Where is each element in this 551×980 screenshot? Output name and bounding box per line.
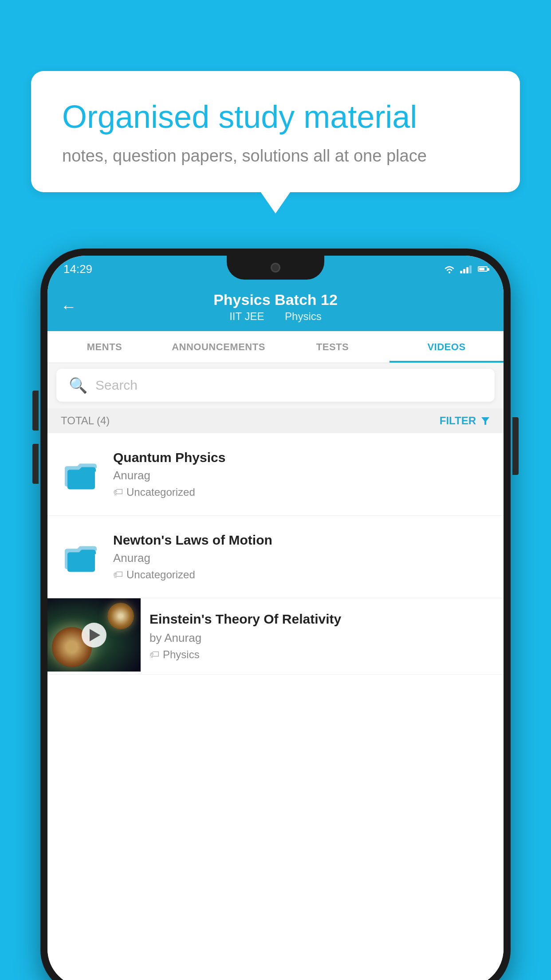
media-tag: 🏷 Physics	[150, 648, 495, 661]
media-title: Einstein's Theory Of Relativity	[150, 612, 495, 627]
header-subtitle-iitjee: IIT JEE	[229, 310, 264, 322]
header-subtitle-physics: Physics	[285, 310, 322, 322]
content-list: Quantum Physics Anurag 🏷 Uncategorized	[47, 433, 504, 980]
back-button[interactable]: ←	[61, 297, 77, 316]
item-content: Quantum Physics Anurag 🏷 Uncategorized	[113, 450, 490, 498]
filter-bar: TOTAL (4) FILTER	[47, 408, 504, 433]
search-placeholder: Search	[95, 378, 138, 393]
media-tag-text: Physics	[163, 648, 200, 661]
media-thumbnail	[47, 598, 141, 672]
phone-container: 14:29	[40, 249, 511, 980]
folder-icon	[63, 458, 98, 491]
item-tag-text: Uncategorized	[126, 486, 195, 498]
battery-icon	[478, 266, 488, 272]
folder-icon	[63, 540, 98, 573]
status-time: 14:29	[63, 262, 92, 276]
play-button[interactable]	[82, 623, 106, 648]
media-content: Einstein's Theory Of Relativity by Anura…	[141, 598, 504, 674]
signal-icon	[460, 265, 472, 273]
svg-rect-5	[67, 553, 95, 572]
filter-button[interactable]: FILTER	[440, 415, 490, 427]
notch	[227, 256, 324, 280]
tab-videos[interactable]: VIDEOS	[390, 331, 504, 363]
tag-icon: 🏷	[150, 649, 159, 660]
search-container[interactable]: 🔍 Search	[56, 369, 495, 402]
media-author: by Anurag	[150, 631, 495, 645]
speech-bubble-container: Organised study material notes, question…	[31, 71, 520, 192]
filter-funnel-icon	[480, 416, 490, 426]
tag-icon: 🏷	[113, 486, 123, 498]
filter-label: FILTER	[440, 415, 476, 427]
item-title: Newton's Laws of Motion	[113, 533, 490, 548]
folder-icon-container	[61, 537, 101, 577]
tabs-bar: MENTS ANNOUNCEMENTS TESTS VIDEOS	[47, 331, 504, 363]
power-button	[512, 417, 519, 475]
list-item[interactable]: Quantum Physics Anurag 🏷 Uncategorized	[47, 433, 504, 516]
item-tag-text: Uncategorized	[126, 569, 195, 581]
list-item-media[interactable]: Einstein's Theory Of Relativity by Anura…	[47, 598, 504, 675]
search-icon: 🔍	[69, 376, 87, 394]
list-item[interactable]: Newton's Laws of Motion Anurag 🏷 Uncateg…	[47, 516, 504, 598]
status-icons	[443, 264, 488, 274]
item-title: Quantum Physics	[113, 450, 490, 465]
speech-bubble: Organised study material notes, question…	[31, 71, 520, 192]
app-header: ← Physics Batch 12 IIT JEE Physics	[47, 282, 504, 331]
camera-notch	[271, 263, 280, 273]
item-tag: 🏷 Uncategorized	[113, 486, 490, 498]
volume-down-button	[32, 444, 39, 484]
wifi-icon	[443, 264, 456, 274]
thumbnail-planet2	[107, 603, 134, 629]
header-title: Physics Batch 12	[213, 291, 338, 308]
volume-up-button	[32, 391, 39, 431]
total-count-label: TOTAL (4)	[61, 415, 110, 427]
speech-bubble-subtitle: notes, question papers, solutions all at…	[62, 146, 489, 166]
speech-bubble-title: Organised study material	[62, 98, 489, 136]
item-tag: 🏷 Uncategorized	[113, 569, 490, 581]
tab-ments[interactable]: MENTS	[47, 331, 161, 363]
phone-screen: 14:29	[47, 256, 504, 980]
svg-point-0	[449, 272, 450, 273]
tab-announcements[interactable]: ANNOUNCEMENTS	[161, 331, 276, 363]
tag-icon: 🏷	[113, 569, 123, 581]
item-content: Newton's Laws of Motion Anurag 🏷 Uncateg…	[113, 533, 490, 581]
svg-marker-1	[481, 417, 489, 425]
play-icon	[90, 629, 100, 641]
header-subtitle: IIT JEE Physics	[225, 310, 326, 323]
phone-frame: 14:29	[40, 249, 511, 980]
folder-icon-container	[61, 454, 101, 494]
item-author: Anurag	[113, 469, 490, 482]
svg-rect-3	[67, 470, 95, 490]
tab-tests[interactable]: TESTS	[276, 331, 390, 363]
item-author: Anurag	[113, 551, 490, 565]
